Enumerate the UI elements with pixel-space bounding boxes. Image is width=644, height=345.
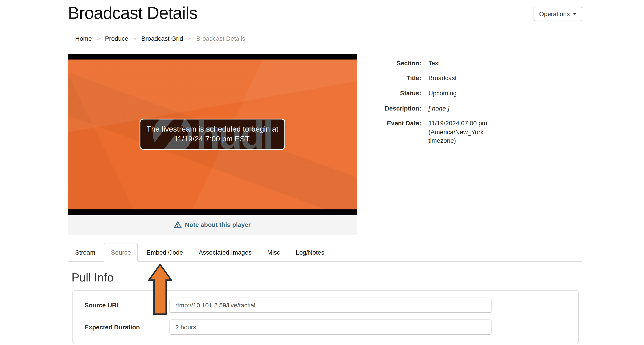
detail-label-status: Status: xyxy=(375,86,425,101)
breadcrumb-separator: » xyxy=(97,35,100,42)
breadcrumb: Home » Produce » Broadcast Grid » Broadc… xyxy=(68,28,582,42)
detail-value-section: Test xyxy=(425,56,499,71)
breadcrumb-link-home[interactable]: Home xyxy=(75,35,92,42)
table-row: Description: [ none ] xyxy=(375,101,499,116)
page-title: Broadcast Details xyxy=(68,5,198,22)
annotation-arrow-icon xyxy=(148,263,172,315)
player-note-bar: Note about this player xyxy=(68,215,357,234)
livestream-message-box: hudl The livestream is scheduled to begi… xyxy=(140,119,285,150)
tab-source[interactable]: Source xyxy=(104,243,138,262)
video-player: hudl The livestream is scheduled to begi… xyxy=(68,54,357,215)
detail-label-description: Description: xyxy=(375,101,425,116)
main-content: hudl The livestream is scheduled to begi… xyxy=(68,54,582,234)
breadcrumb-link-broadcast-grid[interactable]: Broadcast Grid xyxy=(141,35,183,42)
note-about-player-link[interactable]: Note about this player xyxy=(174,221,251,228)
tab-misc[interactable]: Misc xyxy=(260,243,287,262)
source-url-field[interactable] xyxy=(170,297,492,313)
detail-label-title: Title: xyxy=(375,71,425,86)
breadcrumb-current: Broadcast Details xyxy=(196,35,245,42)
detail-value-description: [ none ] xyxy=(425,101,499,116)
note-link-label: Note about this player xyxy=(185,221,251,228)
table-row: Status: Upcoming xyxy=(375,86,499,101)
detail-tabs: Stream Source Embed Code Associated Imag… xyxy=(68,243,582,262)
tab-associated-images[interactable]: Associated Images xyxy=(192,243,259,262)
page-header: Broadcast Details Operations xyxy=(68,0,582,28)
detail-label-section: Section: xyxy=(375,56,425,71)
tab-embed-code[interactable]: Embed Code xyxy=(139,243,190,262)
expected-duration-label: Expected Duration xyxy=(84,323,170,331)
expected-duration-field[interactable] xyxy=(170,319,492,335)
expected-duration-row: Expected Duration xyxy=(84,319,571,335)
detail-value-title: Broadcast xyxy=(425,71,499,86)
page: Broadcast Details Operations Home » Prod… xyxy=(0,0,644,345)
detail-label-event-date: Event Date: xyxy=(375,116,425,149)
video-player-column: hudl The livestream is scheduled to begi… xyxy=(68,54,582,234)
caret-down-icon xyxy=(573,13,576,15)
breadcrumb-separator: » xyxy=(188,35,191,42)
broadcast-details-table: Section: Test Title: Broadcast Status: U… xyxy=(375,56,499,149)
tab-stream[interactable]: Stream xyxy=(68,243,102,262)
tab-log-notes[interactable]: Log/Notes xyxy=(289,243,332,262)
table-row: Title: Broadcast xyxy=(375,71,499,86)
breadcrumb-link-produce[interactable]: Produce xyxy=(105,35,128,42)
warning-icon xyxy=(174,221,182,228)
operations-button-label: Operations xyxy=(539,10,570,18)
breadcrumb-separator: » xyxy=(133,35,136,42)
operations-button[interactable]: Operations xyxy=(533,7,582,21)
player-screen: hudl The livestream is scheduled to begi… xyxy=(68,60,357,209)
detail-value-status: Upcoming xyxy=(425,86,499,101)
livestream-message: The livestream is scheduled to begin at … xyxy=(146,125,278,144)
table-row: Event Date: 11/19/2024 07:00 pm (America… xyxy=(375,116,499,149)
table-row: Section: Test xyxy=(375,56,499,71)
detail-value-event-date: 11/19/2024 07:00 pm (America/New_York ti… xyxy=(425,116,499,149)
